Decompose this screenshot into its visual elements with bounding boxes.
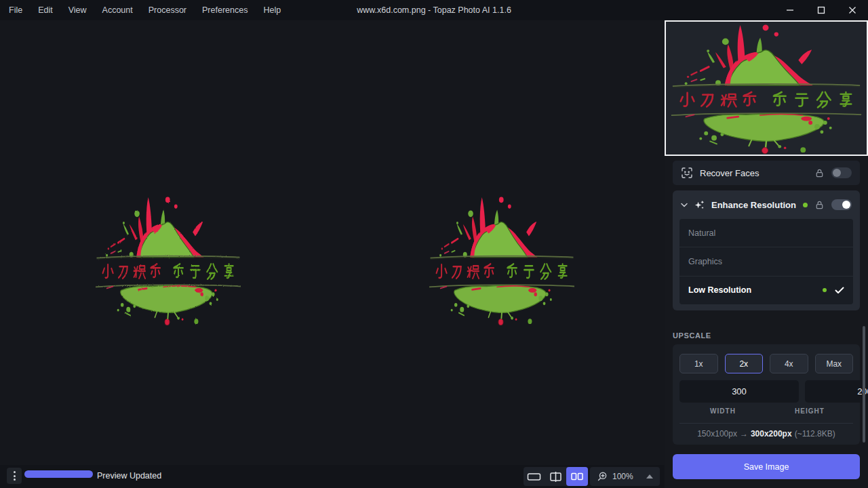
mode-graphics[interactable]: Graphics [679,247,853,276]
lock-icon[interactable] [814,200,825,210]
view-single-button[interactable] [524,467,545,486]
app-window: File Edit View Account Processor Prefere… [0,0,868,488]
enhance-resolution-panel: Enhance Resolution Natural Graphics Low … [673,190,860,310]
status-message: Preview Updated [97,471,161,481]
preview-image-enhanced [425,194,578,326]
checkmark-icon [835,287,844,294]
enhance-mode-list: Natural Graphics Low Resolution [679,219,853,304]
menu-file[interactable]: File [9,5,22,15]
maximize-button[interactable] [806,0,837,20]
summary-arrow: → [740,429,748,439]
upscale-heading: UPSCALE [673,331,711,340]
menu-preferences[interactable]: Preferences [202,5,248,15]
view-mode-group [524,467,588,486]
side-by-side-view-icon [570,471,584,482]
split-view-icon [549,471,562,483]
recover-faces-toggle[interactable] [831,167,852,178]
mode-graphics-label: Graphics [688,257,722,266]
scale-4x-button[interactable]: 4x [770,354,808,373]
recover-faces-label: Recover Faces [700,168,759,178]
progress-bar [24,470,93,478]
menu-help[interactable]: Help [263,5,281,15]
close-icon [848,6,856,14]
divider [679,423,853,424]
enhance-resolution-header[interactable]: Enhance Resolution [673,190,860,219]
zoom-in-icon [597,471,608,482]
menu-account[interactable]: Account [102,5,133,15]
minimize-icon [786,6,794,14]
enhance-resolution-label: Enhance Resolution [711,200,796,210]
save-image-button[interactable]: Save Image [673,454,860,479]
recover-faces-panel[interactable]: Recover Faces [673,161,860,185]
kebab-menu-button[interactable] [7,468,22,484]
summary-from: 150x100px [697,429,737,439]
summary-to: 300x200px [751,429,792,439]
menu-edit[interactable]: Edit [38,5,53,15]
zoom-level[interactable]: 100% [612,472,633,481]
single-view-icon [527,472,541,482]
lock-icon[interactable] [814,168,825,178]
menu-processor[interactable]: Processor [149,5,186,15]
mode-low-resolution-label: Low Resolution [688,285,751,295]
enhance-resolution-toggle[interactable] [831,199,852,210]
mode-low-resolution[interactable]: Low Resolution [679,277,853,304]
view-split-button[interactable] [545,467,567,486]
menu-bar: File Edit View Account Processor Prefere… [0,5,281,15]
preview-canvas[interactable] [0,20,665,465]
chevron-down-icon[interactable] [681,203,688,207]
scale-max-button[interactable]: Max [815,354,854,373]
width-input[interactable] [679,380,799,403]
scale-button-group: 1x 2x 4x Max [679,354,853,373]
mode-natural[interactable]: Natural [679,219,853,247]
height-label: HEIGHT [766,407,853,415]
splat-graphic-original [96,197,241,325]
close-button[interactable] [837,0,868,20]
maximize-icon [817,6,825,14]
preview-image-original [92,194,245,326]
height-input[interactable] [805,380,868,403]
view-side-by-side-button[interactable] [566,467,588,486]
sparkles-icon [694,199,705,211]
autopilot-dot-icon [803,203,808,207]
upscale-summary: 150x100px → 300x200px (~112.8KB) [679,429,853,439]
title-bar: File Edit View Account Processor Prefere… [0,0,868,20]
right-sidebar: Recover Faces Enhance Resolution [665,20,868,488]
zoom-menu-triangle-icon[interactable] [646,474,653,479]
navigator-thumbnail[interactable] [665,20,868,156]
autopilot-dot-icon [823,288,827,292]
scale-1x-button[interactable]: 1x [679,354,718,373]
menu-view[interactable]: View [68,5,87,15]
minimize-button[interactable] [774,0,806,20]
width-label: WIDTH [679,407,766,415]
zoom-control[interactable]: 100% [590,467,660,486]
face-scan-icon [681,167,693,179]
sidebar-scrollbar[interactable] [863,326,865,443]
scale-2x-button[interactable]: 2x [725,354,764,373]
window-controls [774,0,868,20]
status-bar: Preview Updated 100% [0,465,665,488]
splat-graphic-enhanced [429,197,574,325]
upscale-panel: 1x 2x 4x Max WIDTH HEIGHT 150x100px → 30… [673,344,860,445]
summary-size: (~112.8KB) [795,429,835,439]
mode-natural-label: Natural [688,228,715,238]
